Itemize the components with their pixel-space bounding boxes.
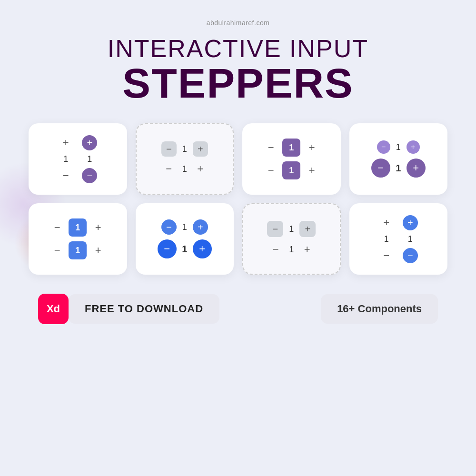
plus-btn[interactable]: + <box>193 141 208 157</box>
stepper-row-2: − 1 + <box>161 161 208 177</box>
plus-btn[interactable]: + <box>299 242 315 257</box>
components-pill: 16+ Components <box>321 294 438 324</box>
stepper-card-7: − 1 + − 1 + <box>242 203 341 275</box>
minus-btn[interactable]: − <box>268 242 283 257</box>
steppers-grid: + 1 − + 1 − − 1 + − 1 + <box>29 123 447 275</box>
value-display: 1 <box>85 154 94 164</box>
minus-btn[interactable]: − <box>158 239 177 258</box>
plus-btn[interactable]: + <box>193 219 208 235</box>
title-line1: INTERACTIVE INPUT <box>108 35 368 62</box>
site-url: abdulrahimaref.com <box>207 19 270 27</box>
minus-btn[interactable]: − <box>161 219 177 235</box>
value-box: 1 <box>282 139 300 157</box>
minus-btn[interactable]: − <box>58 168 73 183</box>
minus-btn[interactable]: − <box>371 159 390 178</box>
stepper-row-2: − 1 + <box>50 241 106 259</box>
value-display: 1 <box>382 234 391 244</box>
minus-btn[interactable]: − <box>50 243 65 258</box>
minus-btn[interactable]: − <box>263 140 278 155</box>
value-display: 1 <box>394 142 403 152</box>
value-display: 1 <box>394 163 403 174</box>
stepper-card-2: − 1 + − 1 + <box>136 123 234 195</box>
stepper-row-2: − 1 + <box>263 161 319 179</box>
minus-btn[interactable]: − <box>379 248 394 263</box>
value-display: 1 <box>180 244 189 255</box>
plus-btn-purple[interactable]: + <box>82 135 97 150</box>
plus-btn[interactable]: + <box>90 243 106 258</box>
stepper-card-4: − 1 + − 1 + <box>349 123 448 195</box>
plus-btn[interactable]: + <box>304 140 319 155</box>
plus-btn[interactable]: + <box>379 215 394 230</box>
title-block: INTERACTIVE INPUT STEPPERS <box>108 35 368 104</box>
value-display: 1 <box>287 245 296 255</box>
plus-btn[interactable]: + <box>90 220 106 235</box>
free-download-pill: FREE TO DOWNLOAD <box>69 294 219 324</box>
stepper-row-1: − 1 + <box>161 141 208 157</box>
plus-btn[interactable]: + <box>58 135 73 150</box>
value-box: 1 <box>69 241 87 259</box>
minus-btn[interactable]: − <box>377 140 390 154</box>
minus-btn-blue[interactable]: − <box>403 248 418 263</box>
minus-btn[interactable]: − <box>263 163 278 178</box>
stepper-card-3: − 1 + − 1 + <box>242 123 341 195</box>
plus-btn[interactable]: + <box>299 221 316 237</box>
title-line2: STEPPERS <box>108 62 368 104</box>
value-display: 1 <box>180 222 189 232</box>
stepper-row-2: − 1 + <box>371 159 426 178</box>
bottom-bar: Xd FREE TO DOWNLOAD 16+ Components <box>29 294 447 324</box>
value-display: 1 <box>406 234 415 244</box>
free-download-text: FREE TO DOWNLOAD <box>85 303 203 315</box>
value-display: 1 <box>180 144 189 154</box>
minus-btn[interactable]: − <box>267 221 283 237</box>
components-text: 16+ Components <box>337 303 422 315</box>
stepper-row-1: − 1 + <box>161 219 208 235</box>
value-box: 1 <box>69 218 87 237</box>
bottom-left: Xd FREE TO DOWNLOAD <box>38 294 219 324</box>
value-display: 1 <box>61 154 70 164</box>
stepper-row-1: − 1 + <box>263 139 319 157</box>
value-display: 1 <box>180 164 189 174</box>
minus-btn[interactable]: − <box>50 220 65 235</box>
stepper-row-2: − 1 + <box>268 242 315 257</box>
stepper-card-6: − 1 + − 1 + <box>136 203 234 275</box>
xd-icon: Xd <box>38 294 69 324</box>
minus-btn-purple[interactable]: − <box>82 168 97 183</box>
stepper-row-1: − 1 + <box>50 218 106 237</box>
plus-btn[interactable]: + <box>193 161 208 177</box>
stepper-card-8: + 1 − + 1 − <box>349 203 448 275</box>
value-display: 1 <box>287 224 296 234</box>
minus-btn[interactable]: − <box>161 161 177 177</box>
plus-btn[interactable]: + <box>304 163 319 178</box>
plus-btn[interactable]: + <box>407 140 420 154</box>
stepper-row-1: − 1 + <box>377 140 420 154</box>
stepper-card-1: + 1 − + 1 − <box>29 123 127 195</box>
plus-btn[interactable]: + <box>407 159 426 178</box>
stepper-row-2: − 1 + <box>158 239 212 258</box>
value-box: 1 <box>282 161 300 179</box>
page-wrapper: abdulrahimaref.com INTERACTIVE INPUT STE… <box>0 0 476 476</box>
minus-btn[interactable]: − <box>161 141 177 157</box>
plus-btn-blue[interactable]: + <box>403 215 418 230</box>
stepper-row-1: − 1 + <box>267 221 316 237</box>
stepper-card-5: − 1 + − 1 + <box>29 203 127 275</box>
plus-btn[interactable]: + <box>193 239 212 258</box>
